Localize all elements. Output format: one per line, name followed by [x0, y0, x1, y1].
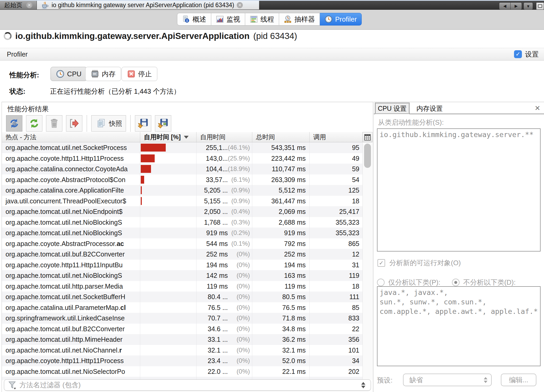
table-row[interactable]: org.apache.tomcat.util.net.NioSelectorPo…	[2, 366, 362, 377]
tab-memory-settings[interactable]: 内存设置	[411, 103, 449, 114]
self-time-cell: 5,205 ...(0.9%)	[197, 185, 252, 196]
self-time-cell: 2,050 ...(0.4%)	[197, 206, 252, 217]
tab-threads[interactable]: 线程	[245, 13, 279, 26]
method-name-cell: org.apache.tomcat.util.buf.B2CConverter	[2, 324, 140, 334]
self-time-bar-cell	[140, 238, 197, 249]
tab-start-page[interactable]: 起始页 ✕	[0, 1, 37, 9]
self-time-bar	[141, 154, 155, 162]
table-row[interactable]: org.apache.tomcat.util.http.MimeHeader33…	[2, 334, 362, 345]
close-settings-icon[interactable]: ✕	[535, 104, 540, 112]
table-row[interactable]: org.apache.tomcat.util.net.NioBlockingS1…	[2, 270, 362, 281]
settings-checkbox[interactable]: ✓	[514, 50, 522, 58]
table-row[interactable]: org.apache.coyote.AbstractProtocol$Con33…	[2, 174, 362, 185]
table-row[interactable]: org.apache.tomcat.util.http.parser.Media…	[2, 281, 362, 292]
take-results-button[interactable]	[66, 115, 82, 132]
filter-funnel-icon[interactable]	[8, 381, 17, 390]
scrollbar-thumb[interactable]	[364, 144, 371, 168]
method-name-cell: org.apache.tomcat.util.http.MimeHeader	[2, 334, 140, 345]
column-header-totaltime[interactable]: 总时间	[252, 132, 310, 142]
self-time-bar-cell	[140, 249, 197, 260]
table-row[interactable]: java.util.concurrent.ThreadPoolExecutor$…	[2, 196, 362, 207]
cpu-clock-icon	[56, 70, 64, 78]
total-time-cell: 5,512 ms	[252, 185, 310, 196]
save-floppy-icon	[137, 118, 149, 129]
maximize-button[interactable]	[536, 2, 544, 10]
table-row[interactable]: org.apache.tomcat.util.net.NioBlockingS1…	[2, 217, 362, 228]
edit-preset-button[interactable]: 编辑...	[501, 374, 536, 386]
threads-icon	[250, 15, 258, 23]
table-row[interactable]: org.apache.tomcat.util.buf.B2CConverter2…	[2, 249, 362, 260]
invocations-cell: 31	[310, 260, 362, 270]
tab-list-dropdown-button[interactable]: ▼	[523, 2, 533, 10]
tab-profiler[interactable]: Profiler	[320, 13, 362, 26]
snapshot-button-label: 快照	[109, 119, 122, 128]
invocations-cell: 95	[310, 142, 362, 153]
table-row[interactable]: org.apache.tomcat.util.net.NioChannel.r3…	[2, 345, 362, 356]
tab-application[interactable]: io github kimmking gateway server ApiSer…	[37, 1, 259, 9]
invocations-cell: 85	[310, 302, 362, 313]
cpu-profile-button[interactable]: CPU	[51, 67, 87, 81]
table-row[interactable]: org.apache.catalina.core.ApplicationFilt…	[2, 185, 362, 196]
exclude-classes-radio[interactable]	[452, 279, 460, 286]
stop-profile-button[interactable]: 停止	[122, 67, 157, 81]
table-row[interactable]: org.apache.coyote.http11.Http11Process14…	[2, 153, 362, 164]
method-name-cell: org.apache.tomcat.util.net.NioChannel.r	[2, 345, 140, 356]
scroll-right-button[interactable]: ▶	[510, 2, 522, 10]
vertical-scrollbar[interactable]	[362, 143, 372, 380]
table-row[interactable]: org.springframework.util.LinkedCaseInse7…	[2, 313, 362, 324]
table-row[interactable]: org.apache.tomcat.util.buf.B2CConverter3…	[2, 324, 362, 334]
tab-cpu-settings[interactable]: CPU 设置	[375, 103, 410, 114]
start-classes-textarea[interactable]: io.github.kimmking.gateway.server.**	[377, 128, 541, 252]
select-chevrons-icon	[484, 377, 487, 383]
include-classes-radio[interactable]	[377, 279, 385, 286]
profile-new-runnables-checkbox[interactable]: ✓	[377, 259, 385, 267]
column-selector-button[interactable]	[362, 132, 372, 142]
column-header-selftime[interactable]: 自用时间	[197, 132, 252, 142]
method-name-cell: org.apache.tomcat.util.net.SocketProcess	[2, 142, 140, 153]
scroll-left-button[interactable]: ◀	[499, 2, 511, 10]
filter-history-stepper[interactable]	[361, 382, 365, 388]
table-row[interactable]: org.apache.coyote.http11.Http11Process23…	[2, 355, 362, 366]
column-header-method[interactable]: 热点 - 方法	[2, 132, 140, 142]
tab-monitor-label: 监视	[226, 15, 240, 24]
tab-overview[interactable]: 概述	[177, 13, 211, 26]
self-time-cell: 252 ms(0%)	[197, 249, 252, 260]
method-filter-input[interactable]: 方法名过滤器 (包含)	[4, 379, 371, 391]
table-row[interactable]: org.apache.tomcat.util.net.SocketProcess…	[2, 142, 362, 153]
close-icon[interactable]: ✕	[237, 2, 243, 8]
column-header-invocations[interactable]: 调用	[310, 132, 362, 142]
save-snapshot-button[interactable]	[135, 115, 151, 132]
self-time-bar-cell	[140, 324, 197, 334]
refresh-button[interactable]	[26, 115, 42, 132]
table-row[interactable]: org.apache.tomcat.util.net.SocketBufferH…	[2, 292, 362, 302]
self-time-cell: 22.0 ...(0%)	[197, 366, 252, 377]
tab-sampler[interactable]: 抽样器	[279, 13, 320, 26]
invocations-cell: 125	[310, 185, 362, 196]
table-row[interactable]: org.apache.coyote.http11.Http11InputBu19…	[2, 260, 362, 270]
column-header-selftime-pct[interactable]: 自用时间 [%]	[140, 132, 197, 142]
self-time-bar-cell	[140, 153, 197, 164]
table-row[interactable]: org.apache.catalina.connector.CoyoteAda1…	[2, 164, 362, 174]
exclude-classes-textarea[interactable]: java.*, javax.*, sun.*, sunw.*, com.sun.…	[377, 286, 541, 366]
self-time-bar-cell	[140, 142, 197, 153]
self-time-bar-cell	[140, 164, 197, 174]
table-row[interactable]: org.apache.tomcat.util.net.NioEndpoint$2…	[2, 206, 362, 217]
self-time-bar-cell	[140, 196, 197, 207]
delete-results-button[interactable]	[46, 115, 62, 132]
export-view-button[interactable]	[155, 115, 171, 132]
auto-refresh-button[interactable]: @	[6, 115, 22, 132]
table-row[interactable]: org.apache.catalina.util.ParameterMap.cl…	[2, 302, 362, 313]
close-icon[interactable]: ✕	[26, 2, 32, 8]
table-row[interactable]: org.apache.coyote.AbstractProcessor.ac54…	[2, 238, 362, 249]
sort-descending-icon	[184, 136, 189, 139]
snapshot-button[interactable]: 快照	[91, 115, 126, 132]
self-time-bar	[141, 165, 151, 173]
table-row[interactable]: org.apache.tomcat.util.net.NioBlockingS9…	[2, 228, 362, 238]
memory-profile-button[interactable]: 内存	[85, 67, 121, 81]
total-time-cell: 223,442 ms	[252, 153, 310, 164]
self-time-cell: 1,768 ...(0.3%)	[197, 217, 252, 228]
tab-monitor[interactable]: 监视	[211, 13, 245, 26]
preset-select[interactable]: 缺省	[403, 374, 492, 386]
method-name-cell: org.apache.tomcat.util.net.NioBlockingS	[2, 228, 140, 238]
export-arrow-icon	[68, 118, 80, 129]
